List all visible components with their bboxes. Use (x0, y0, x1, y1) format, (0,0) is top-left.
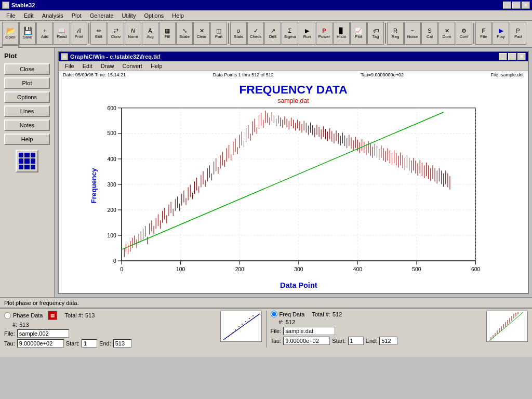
menu-help[interactable]: Help (168, 11, 188, 20)
freq-end-label: End: (366, 338, 378, 344)
freq-tau-input[interactable] (283, 337, 330, 345)
freq-file-input[interactable] (283, 327, 335, 335)
clear-btn[interactable]: ✕Clear (193, 22, 210, 45)
menu-options[interactable]: Options (140, 11, 168, 20)
chart-menu-file[interactable]: File (61, 62, 78, 70)
svg-point-204 (228, 336, 229, 337)
svg-point-205 (232, 332, 233, 334)
phase-data-section: Phase Data ▦ Total #: 513 #: 513 File: T… (4, 311, 214, 348)
add-btn[interactable]: +Add (36, 22, 53, 45)
chart-minimize-btn[interactable]: _ (499, 53, 507, 60)
print-btn[interactable]: 🖨Print (71, 22, 87, 45)
phase-start-input[interactable] (82, 339, 97, 348)
dom-btn[interactable]: ✕Dom (438, 22, 455, 45)
chart-menubar: File Edit Draw Convert Help (59, 61, 528, 71)
menu-generate[interactable]: Generate (86, 11, 118, 20)
norm-btn[interactable]: NNorm (125, 22, 141, 45)
menu-plot[interactable]: Plot (68, 11, 86, 20)
read-btn[interactable]: 📖Read (54, 22, 70, 45)
cal-btn[interactable]: SCal (421, 22, 438, 45)
file-btn[interactable]: FFile (475, 22, 492, 45)
phase-end-input[interactable] (113, 339, 131, 348)
chart-menu-draw[interactable]: Draw (97, 62, 118, 70)
phase-total-label: Total #: (64, 312, 83, 318)
power-btn[interactable]: PPower (316, 22, 332, 45)
chart-menu-help[interactable]: Help (147, 62, 167, 70)
fill-btn[interactable]: ▦Fill (159, 22, 176, 45)
lines-sidebar-btn[interactable]: Lines (4, 105, 50, 117)
freq-data-section: Freq Data Total #: 512 #: 512 File: Tau:… (271, 311, 481, 345)
svg-text:100: 100 (108, 233, 116, 238)
conf-btn[interactable]: ⚙Conf (456, 22, 472, 45)
part-btn[interactable]: ◫Part (210, 22, 227, 45)
check-btn[interactable]: ✓Check (247, 22, 264, 45)
grid-icon[interactable] (16, 150, 38, 172)
sigma-btn[interactable]: ΣSigma (282, 22, 298, 45)
open-btn[interactable]: 📂Open (2, 22, 19, 45)
svg-text:400: 400 (108, 156, 116, 162)
scale-btn[interactable]: ⤡Scale (176, 22, 193, 45)
freq-tau-label: Tau: (271, 338, 282, 344)
tag-btn[interactable]: 🏷Tag (367, 22, 384, 45)
freq-end-input[interactable] (379, 337, 397, 345)
toolbar: 📂Open 💾Save +Add 📖Read 🖨Print ✏Edit ⇄Con… (0, 21, 532, 48)
menu-edit[interactable]: Edit (20, 11, 38, 20)
svg-text:Frequency: Frequency (90, 168, 98, 203)
freq-data-radio[interactable] (271, 311, 277, 317)
close-sidebar-btn[interactable]: Close (4, 63, 50, 75)
freq-start-input[interactable] (348, 337, 364, 345)
avg-btn[interactable]: ĀAvg (142, 22, 158, 45)
freq-total-value: 512 (332, 311, 342, 317)
maximize-btn[interactable]: □ (512, 2, 521, 9)
svg-text:500: 500 (108, 130, 116, 136)
minimize-btn[interactable]: _ (503, 2, 511, 9)
phase-file-input[interactable] (17, 329, 69, 338)
svg-point-211 (252, 315, 254, 316)
svg-point-206 (235, 329, 236, 330)
svg-text:200: 200 (235, 267, 244, 272)
plotbtn[interactable]: 📈Plot (350, 22, 367, 45)
plot-sidebar-btn[interactable]: Plot (4, 77, 50, 89)
chart-date-time: Date: 05/09/98 Time: 15:14:21 (63, 72, 126, 77)
phase-icon: ▦ (48, 311, 57, 320)
mini-chart-phase (220, 311, 262, 342)
chart-window-title: GraphiC/Win - c:\stable32\freq.tkf (70, 54, 161, 60)
svg-point-207 (238, 326, 240, 327)
phase-tau-input[interactable] (17, 339, 64, 348)
stats-btn[interactable]: σStats (230, 22, 247, 45)
help-sidebar-btn[interactable]: Help (4, 134, 50, 145)
menu-file[interactable]: File (2, 11, 20, 20)
chart-menu-convert[interactable]: Convert (118, 62, 147, 70)
chart-window-icon: G (61, 53, 68, 60)
phase-end-label: End: (99, 340, 111, 347)
conv-btn[interactable]: ⇄Conv (108, 22, 124, 45)
phase-data-radio[interactable] (4, 312, 11, 319)
svg-text:0: 0 (120, 267, 123, 272)
svg-text:600: 600 (108, 105, 116, 111)
menubar: File Edit Analysis Plot Generate Utility… (0, 10, 532, 21)
close-btn[interactable]: ✕ (522, 2, 530, 9)
noise-btn[interactable]: ~Noise (404, 22, 421, 45)
histo-btn[interactable]: ▊Histo (333, 22, 350, 45)
bottom-panel: Phase Data ▦ Total #: 513 #: 513 File: T… (0, 308, 532, 357)
menu-utility[interactable]: Utility (118, 11, 140, 20)
options-sidebar-btn[interactable]: Options (4, 91, 50, 103)
phase-data-label: Phase Data (13, 312, 43, 318)
svg-text:100: 100 (176, 267, 185, 272)
run-btn[interactable]: ▶Run (299, 22, 315, 45)
chart-maximize-btn[interactable]: □ (508, 53, 516, 60)
reg-btn[interactable]: RReg (387, 22, 404, 45)
chart-close-btn[interactable]: ✕ (517, 53, 526, 60)
sidebar-title: Plot (4, 52, 50, 60)
chart-area: G GraphiC/Win - c:\stable32\freq.tkf _ □… (55, 48, 532, 297)
play-btn[interactable]: ▶Play (493, 22, 509, 45)
app-title: Stable32 (11, 2, 35, 8)
notes-sidebar-btn[interactable]: Notes (4, 119, 50, 131)
save-btn[interactable]: 💾Save (19, 22, 36, 45)
chart-menu-edit[interactable]: Edit (78, 62, 97, 70)
pad-btn[interactable]: PPad (510, 22, 526, 45)
drift-btn[interactable]: ↗Drift (264, 22, 281, 45)
menu-analysis[interactable]: Analysis (38, 11, 68, 20)
svg-text:500: 500 (412, 267, 421, 272)
edit-btn[interactable]: ✏Edit (90, 22, 107, 45)
